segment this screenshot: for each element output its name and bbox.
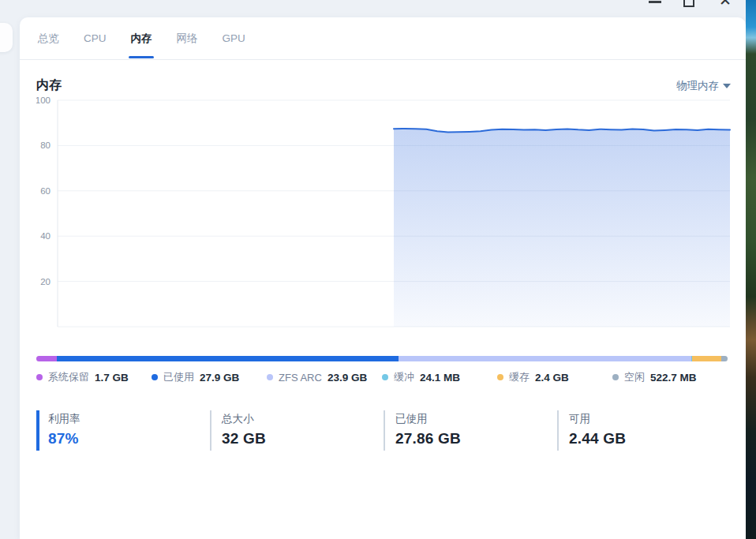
tab-label: CPU <box>84 32 107 44</box>
svg-text:100: 100 <box>36 95 51 105</box>
legend-dot <box>267 374 273 380</box>
maximize-button[interactable] <box>683 0 694 7</box>
legend-dot <box>612 374 619 380</box>
window-titlebar: ✕ <box>0 0 746 14</box>
bar-segment-free <box>721 356 728 361</box>
tab-bar: 总览CPU内存网络GPU <box>20 17 746 60</box>
stat-card-utilization: 利用率87% <box>36 410 210 451</box>
stat-value: 2.44 GB <box>569 430 731 447</box>
legend-label: 已使用 <box>163 370 194 384</box>
legend-value: 24.1 MB <box>420 372 460 384</box>
legend-label: 空闲 <box>624 370 645 384</box>
bar-segment-cache <box>692 356 721 361</box>
legend-label: 缓冲 <box>394 370 414 384</box>
memory-legend: 系统保留1.7 GB已使用27.9 GBZFS ARC23.9 GB缓冲24.1… <box>36 370 728 384</box>
memory-type-dropdown[interactable]: 物理内存 <box>676 79 731 93</box>
window-side-handle[interactable] <box>0 23 13 52</box>
minimize-button[interactable] <box>649 1 661 3</box>
tab-label: 网络 <box>177 32 198 46</box>
desktop-wallpaper-strip <box>746 0 756 539</box>
memory-allocation-bar <box>36 356 728 361</box>
active-tab-underline <box>129 56 154 58</box>
legend-label: 缓存 <box>509 370 530 384</box>
stat-card-used: 已使用27.86 GB <box>384 410 557 451</box>
dropdown-selected-label: 物理内存 <box>676 79 719 93</box>
svg-text:60: 60 <box>40 186 51 196</box>
chevron-down-icon <box>723 84 731 88</box>
stat-value: 87% <box>48 430 210 447</box>
memory-stats-row: 利用率87%总大小32 GB已使用27.86 GB可用2.44 GB <box>36 410 731 451</box>
legend-value: 522.7 MB <box>650 372 697 384</box>
memory-tab-content: 内存 物理内存 20406080100 系统保留1.7 GB已使用27.9 GB… <box>20 77 746 451</box>
tab-CPU[interactable]: CPU <box>84 17 107 60</box>
legend-item-free: 空闲522.7 MB <box>612 370 728 384</box>
stat-label: 已使用 <box>395 412 557 426</box>
memory-usage-chart: 20406080100 <box>36 94 731 332</box>
legend-value: 1.7 GB <box>95 372 129 384</box>
legend-item-used: 已使用27.9 GB <box>152 370 267 384</box>
legend-value: 2.4 GB <box>535 372 569 384</box>
stat-card-total: 总大小32 GB <box>210 410 384 451</box>
legend-item-buffer: 缓冲24.1 MB <box>382 370 497 384</box>
bar-segment-reserved <box>36 356 57 361</box>
legend-value: 27.9 GB <box>200 372 239 384</box>
bar-segment-used <box>57 356 399 361</box>
tab-总览[interactable]: 总览 <box>38 17 59 60</box>
stat-value: 27.86 GB <box>395 430 557 447</box>
stat-card-available: 可用2.44 GB <box>557 410 731 451</box>
tab-label: GPU <box>223 32 245 44</box>
stat-label: 利用率 <box>48 412 210 426</box>
resource-monitor-panel: 总览CPU内存网络GPU 内存 物理内存 20406080100 系统保留1.7… <box>20 17 746 539</box>
stat-label: 总大小 <box>222 412 384 426</box>
stat-label: 可用 <box>569 412 731 426</box>
page-title: 内存 <box>36 77 62 94</box>
svg-text:80: 80 <box>40 140 51 150</box>
legend-item-reserved: 系统保留1.7 GB <box>36 370 152 384</box>
tab-label: 总览 <box>38 32 59 46</box>
svg-text:40: 40 <box>40 231 51 241</box>
legend-item-zfs-arc: ZFS ARC23.9 GB <box>267 370 382 384</box>
tab-网络[interactable]: 网络 <box>177 17 198 60</box>
bar-segment-zfs-arc <box>399 356 691 361</box>
legend-label: ZFS ARC <box>279 372 322 384</box>
legend-value: 23.9 GB <box>327 372 367 384</box>
legend-dot <box>152 374 158 380</box>
legend-item-cache: 缓存2.4 GB <box>497 370 612 384</box>
tab-label: 内存 <box>131 32 152 46</box>
legend-dot <box>36 374 43 380</box>
svg-text:20: 20 <box>40 277 51 286</box>
legend-dot <box>497 374 503 380</box>
tab-GPU[interactable]: GPU <box>223 17 245 60</box>
stat-value: 32 GB <box>222 430 384 447</box>
close-button[interactable]: ✕ <box>717 0 733 9</box>
tab-内存[interactable]: 内存 <box>131 17 152 60</box>
legend-label: 系统保留 <box>48 370 89 384</box>
legend-dot <box>382 374 388 380</box>
